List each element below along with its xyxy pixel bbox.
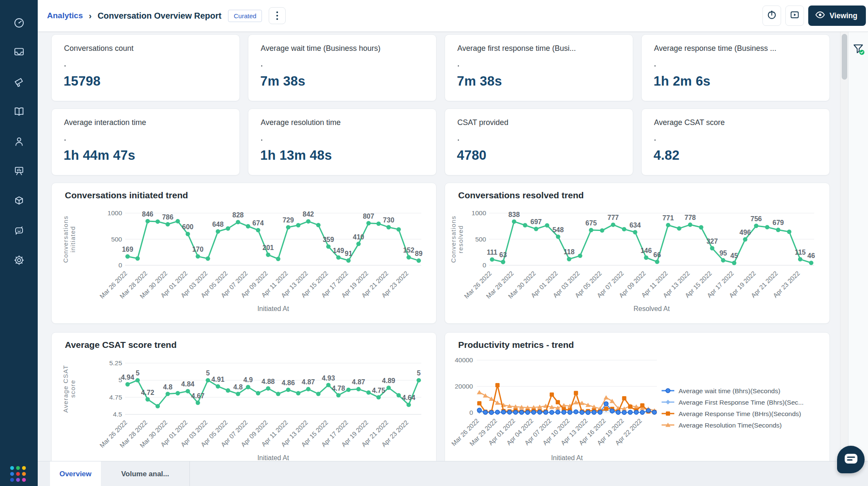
conversations-resolved-trend-chart[interactable]: 05001000ConversationsresolvedMar 26 2022… [445, 183, 830, 324]
kpi-value: 1h 13m 48s [260, 148, 332, 163]
sidebar-item-apps[interactable] [0, 190, 38, 214]
productivity-metrics-trend-chart[interactable]: 02000040000Mar 26 2022Mar 29 2022Apr 01 … [445, 332, 830, 461]
header: Analytics › Conversation Overview Report… [38, 0, 868, 32]
svg-text:4.75: 4.75 [372, 387, 385, 394]
svg-text:Resolved At: Resolved At [634, 305, 670, 312]
tab-overview[interactable]: Overview [50, 461, 101, 486]
sidebar-item-contacts[interactable] [0, 131, 38, 154]
svg-text:5: 5 [417, 369, 421, 377]
kpi-dot [64, 139, 66, 141]
sidebar-item-bots[interactable] [0, 219, 38, 243]
svg-text:149: 149 [333, 247, 344, 254]
svg-text:152: 152 [403, 247, 415, 254]
kpi-value: 1h 44m 47s [64, 148, 135, 163]
kpi-dot [261, 65, 262, 67]
analytics-dashboard: Analytics › Conversation Overview Report… [0, 0, 868, 486]
play-rectangle-icon [790, 10, 800, 22]
cube-icon [13, 195, 25, 208]
present-button[interactable] [785, 6, 804, 26]
sidebar-item-dashboard[interactable] [0, 12, 38, 36]
svg-text:4.93: 4.93 [322, 375, 335, 382]
gauge-icon [13, 17, 25, 31]
chart-title: Conversations resolved trend [458, 190, 584, 200]
chart-canvas[interactable]: 05001000ConversationsinitiatedMar 26 202… [52, 183, 437, 324]
svg-text:838: 838 [509, 211, 520, 218]
export-button[interactable] [762, 6, 781, 26]
sidebar-item-analytics[interactable] [0, 160, 38, 183]
kpi-conversations-count[interactable]: Conversations count 15798 [51, 34, 240, 101]
svg-text:4.8: 4.8 [233, 383, 242, 391]
kpi-average-interaction-time[interactable]: Average interaction time 1h 44m 47s [51, 108, 240, 175]
kpi-label: Average resolution time [261, 118, 426, 127]
breadcrumb-analytics[interactable]: Analytics [47, 11, 83, 20]
kpi-average-first-response-time[interactable]: Average first response time (Busi... 7m … [445, 34, 633, 101]
kpi-label: Average wait time (Business hours) [261, 44, 426, 53]
kpi-value: 15798 [64, 74, 100, 89]
filters-button[interactable] [853, 44, 865, 56]
svg-text:679: 679 [773, 219, 784, 226]
svg-text:496: 496 [740, 229, 751, 236]
svg-text:4.5: 4.5 [113, 411, 122, 418]
svg-text:40000: 40000 [455, 356, 473, 364]
presentation-chart-icon [13, 165, 25, 178]
svg-text:Initiated At: Initiated At [257, 305, 289, 312]
kpi-dot [654, 139, 656, 141]
svg-text:46: 46 [807, 252, 815, 259]
kpi-label: Average response time (Business ... [654, 44, 819, 53]
svg-text:4.78: 4.78 [332, 385, 345, 392]
kpi-average-resolution-time[interactable]: Average resolution time 1h 13m 48s [248, 108, 437, 175]
svg-text:4.8: 4.8 [163, 383, 172, 391]
kpi-value: 7m 38s [260, 74, 305, 89]
svg-text:500: 500 [475, 236, 486, 243]
kpi-value: 4780 [457, 148, 487, 163]
kpi-label: Conversations count [64, 44, 229, 53]
svg-text:548: 548 [552, 226, 564, 233]
svg-text:756: 756 [751, 215, 762, 222]
svg-text:697: 697 [531, 218, 542, 225]
chart-canvas[interactable]: 02000040000Mar 26 2022Mar 29 2022Apr 01 … [445, 333, 830, 461]
svg-text:4.87: 4.87 [352, 378, 365, 386]
svg-text:4.91: 4.91 [211, 376, 225, 383]
scrollbar-thumb[interactable] [842, 34, 847, 80]
svg-text:842: 842 [303, 211, 314, 218]
app-switcher-icon[interactable] [10, 466, 28, 484]
svg-text:66: 66 [654, 251, 661, 258]
more-options-button[interactable] [269, 7, 286, 24]
svg-text:Initiated At: Initiated At [551, 454, 583, 461]
kpi-average-response-time[interactable]: Average response time (Business ... 1h 2… [641, 34, 830, 101]
svg-text:Average wait time (Bhrs)(Secon: Average wait time (Bhrs)(Seconds) [679, 387, 780, 394]
sidebar-item-campaigns[interactable] [0, 71, 38, 95]
svg-text:115: 115 [795, 249, 806, 256]
average-csat-score-trend-chart[interactable]: 4.54.7555.25Average CSATscoreMar 26 2022… [51, 332, 437, 461]
filter-rail [848, 32, 868, 486]
svg-text:170: 170 [192, 246, 203, 253]
svg-text:5: 5 [206, 369, 210, 377]
sidebar-item-inbox[interactable] [0, 41, 38, 64]
svg-text:730: 730 [383, 217, 395, 224]
book-icon [13, 106, 25, 119]
kpi-csat-provided[interactable]: CSAT provided 4780 [445, 108, 633, 175]
conversations-initiated-trend-chart[interactable]: 05001000ConversationsinitiatedMar 26 202… [51, 183, 437, 324]
svg-text:4.94: 4.94 [121, 374, 134, 381]
kpi-value: 4.82 [654, 148, 679, 163]
sidebar-item-settings[interactable] [0, 249, 38, 273]
vertical-scrollbar[interactable] [840, 32, 848, 486]
svg-text:20000: 20000 [455, 383, 473, 390]
viewing-button[interactable]: Viewing [808, 6, 866, 26]
gear-icon [13, 254, 25, 268]
svg-text:0: 0 [482, 261, 486, 269]
kpi-average-csat-score[interactable]: Average CSAT score 4.82 [641, 108, 830, 175]
sidebar-item-knowledge-base[interactable] [0, 100, 38, 124]
chat-widget-button[interactable] [837, 446, 865, 473]
svg-text:4.88: 4.88 [262, 378, 275, 385]
kpi-average-wait-time[interactable]: Average wait time (Business hours) 7m 38… [248, 34, 437, 101]
svg-text:4.64: 4.64 [402, 394, 415, 401]
tab-volume-analysis[interactable]: Volume anal... [101, 461, 190, 486]
eye-icon [815, 11, 825, 21]
svg-text:674: 674 [253, 219, 264, 227]
chart-canvas[interactable]: 4.54.7555.25Average CSATscoreMar 26 2022… [52, 333, 437, 461]
svg-text:Average Response Time (BHrs)(S: Average Response Time (BHrs)(Seconds) [679, 410, 801, 417]
svg-text:771: 771 [662, 214, 674, 222]
svg-text:Average CSATscore: Average CSATscore [62, 365, 76, 413]
chart-canvas[interactable]: 05001000ConversationsresolvedMar 26 2022… [445, 183, 830, 324]
